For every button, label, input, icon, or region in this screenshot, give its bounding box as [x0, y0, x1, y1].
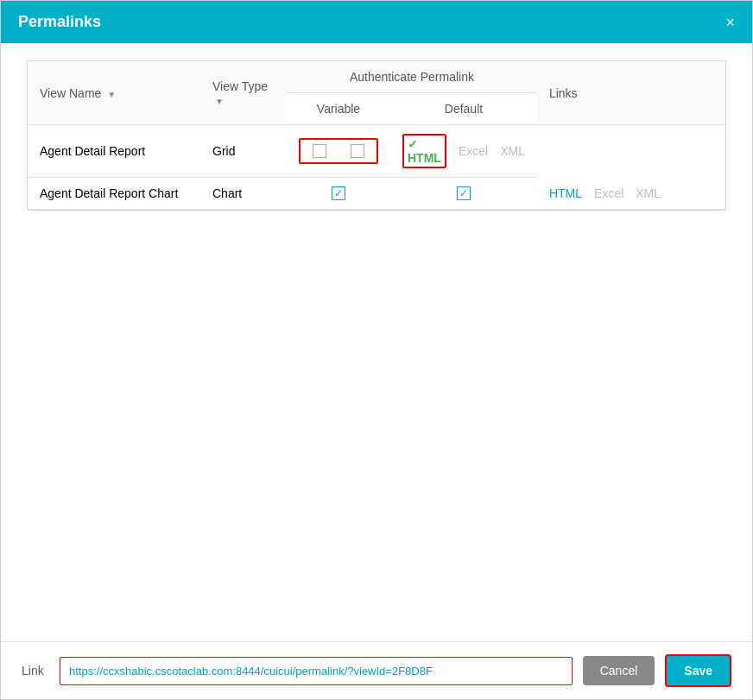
footer-link-input[interactable]: [60, 657, 573, 685]
sort-arrow-viewname: ▼: [107, 90, 116, 99]
row1-links-cell: HTML Excel XML: [390, 125, 537, 178]
th-default: Default: [390, 93, 537, 125]
row2-view-type: Chart: [200, 178, 287, 210]
row1-view-type: Grid: [200, 125, 287, 178]
row1-default-checkbox[interactable]: [351, 144, 364, 158]
permalinks-table-wrapper: View Name ▼ View Type ▼ Authenticate Per…: [27, 60, 726, 211]
save-button[interactable]: Save: [665, 654, 731, 687]
dialog-footer: Link Cancel Save: [1, 641, 752, 699]
th-variable: Variable: [287, 93, 390, 125]
row1-xml-link: XML: [500, 144, 525, 158]
cancel-button[interactable]: Cancel: [583, 656, 655, 685]
dialog-body: View Name ▼ View Type ▼ Authenticate Per…: [1, 43, 752, 641]
row2-variable-checkbox[interactable]: ✓: [299, 186, 378, 200]
permalinks-dialog: Permalinks × View Name ▼ View Type ▼: [0, 0, 753, 700]
th-authenticate: Authenticate Permalink: [287, 61, 537, 93]
row2-xml-link: XML: [636, 186, 661, 200]
th-links: Links: [537, 61, 725, 125]
row1-view-name: Agent Detail Report: [28, 125, 200, 178]
dialog-header: Permalinks ×: [1, 1, 752, 43]
row2-default-cell: ✓: [390, 178, 537, 210]
row2-excel-link: Excel: [594, 186, 623, 200]
row1-variable-checkbox[interactable]: [313, 144, 326, 158]
th-view-name: View Name ▼: [28, 61, 200, 125]
row1-variable-cell: [287, 125, 390, 178]
dialog-title: Permalinks: [18, 13, 101, 31]
row2-html-link[interactable]: HTML: [549, 186, 582, 200]
table-row: Agent Detail Report Chart Chart ✓: [28, 178, 725, 210]
th-view-type: View Type ▼: [200, 61, 287, 125]
row1-red-box: [299, 138, 378, 164]
row2-view-name: Agent Detail Report Chart: [28, 178, 200, 210]
row1-html-link-wrapper: HTML: [402, 134, 446, 168]
row2-default-checkbox[interactable]: ✓: [402, 186, 525, 200]
footer-link-label: Link: [22, 664, 49, 678]
row1-excel-link: Excel: [459, 144, 488, 158]
permalinks-table: View Name ▼ View Type ▼ Authenticate Per…: [28, 61, 725, 210]
row1-html-link[interactable]: HTML: [408, 137, 441, 165]
close-button[interactable]: ×: [725, 15, 735, 30]
table-row: Agent Detail Report Grid: [28, 125, 725, 178]
sort-arrow-viewtype: ▼: [215, 97, 224, 106]
row2-links-cell: HTML Excel XML: [537, 178, 725, 210]
row2-variable-cell: ✓: [287, 178, 390, 210]
